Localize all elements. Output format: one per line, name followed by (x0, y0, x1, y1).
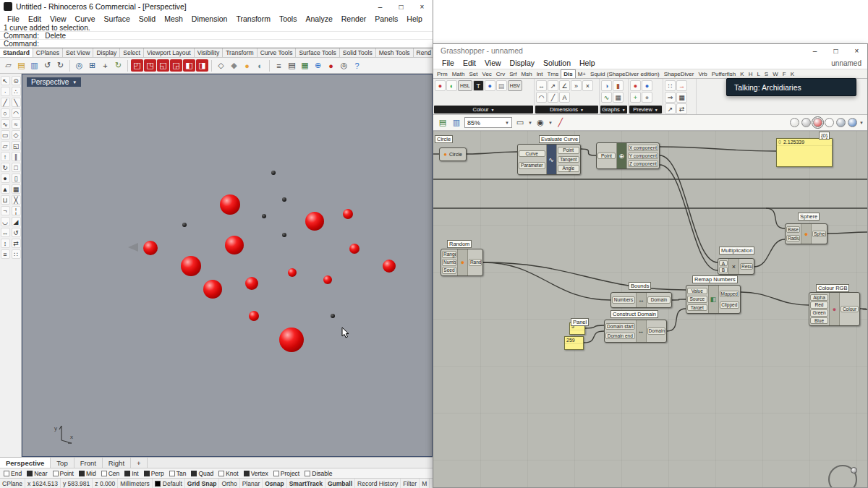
gh-component-remap-numbers[interactable]: ValueSourceTarget◧MappedClipped (686, 285, 741, 314)
viewport-tab-add-button[interactable]: + (131, 458, 148, 468)
rhino-menu-tools[interactable]: Tools (275, 14, 302, 23)
toolbar-tab-visibility[interactable]: Visibility (195, 48, 224, 57)
osnap-disable[interactable]: Disable (305, 470, 332, 477)
vector-display-icon[interactable]: → (676, 80, 687, 91)
display-wireframe-icon[interactable]: ◇ (215, 59, 227, 72)
remap-numbers-input-target[interactable]: Target (687, 304, 707, 312)
gh-tab-srf-5[interactable]: Srf (507, 70, 519, 78)
viewport-sphere[interactable] (245, 277, 258, 290)
palette-bar-dimensions[interactable]: Dimensions▼ (535, 106, 598, 114)
gh-tab-h-16[interactable]: H (746, 70, 755, 78)
random-input-seed[interactable]: Seed (442, 267, 456, 274)
rhino-menu-transform[interactable]: Transform (231, 14, 274, 23)
remap-numbers-output-mapped[interactable]: Mapped (720, 291, 740, 298)
toolbar-tab-viewport-layout[interactable]: Viewport Layout (144, 48, 195, 57)
circle-icon[interactable]: ○ (1, 108, 10, 118)
sphere-input-radius[interactable]: Radius (786, 235, 800, 242)
osnap-knot[interactable]: Knot (218, 470, 239, 477)
gh-wire[interactable] (741, 292, 809, 305)
gh-tab-vrb-13[interactable]: Vrb (696, 70, 709, 78)
osnap-checkbox-disable[interactable] (305, 471, 310, 476)
split-icon[interactable]: ¦ (12, 206, 21, 215)
osnap-project[interactable]: Project (273, 470, 299, 477)
viewport-layout-3-icon[interactable]: ◱ (157, 59, 169, 72)
line-dimension-icon[interactable]: ╱ (548, 92, 558, 103)
selection-tool-icon-caret[interactable]: ▼ (528, 121, 532, 125)
zoom-extents-icon[interactable]: ◎ (73, 59, 85, 72)
rhino-menu-surface[interactable]: Surface (100, 14, 135, 23)
evaluate-curve-output-angle[interactable]: Angle (558, 165, 579, 172)
construct-domain-input-domain-start[interactable]: Domain start (605, 323, 635, 330)
gh-tab-k-21[interactable]: K (788, 70, 796, 78)
viewport-sphere[interactable] (343, 209, 353, 219)
gh-wire[interactable] (667, 309, 686, 331)
viewport-title-dropdown-icon[interactable]: ▼ (72, 80, 77, 85)
preview-quality-icon-caret[interactable]: ▼ (548, 121, 553, 125)
polygon-icon[interactable]: ◇ (12, 130, 21, 140)
deconstruct-point-input-point[interactable]: Point (597, 153, 616, 160)
text-dimension-icon[interactable]: A (559, 92, 570, 103)
gh-wire[interactable] (660, 165, 718, 270)
toolbar-tab-rend[interactable]: Rend (414, 48, 433, 57)
osnap-checkbox-point[interactable] (53, 471, 59, 476)
gumball-icon[interactable]: ⊕ (312, 59, 324, 72)
gh-tab-prm-0[interactable]: Prm (435, 70, 450, 78)
display-shaded-icon[interactable]: ◆ (228, 59, 240, 72)
colour-rgb-input-green[interactable]: Green (810, 309, 828, 317)
help-icon[interactable]: ? (351, 59, 363, 72)
viewport-layout-4-icon[interactable]: ◲ (170, 59, 182, 72)
status-planar[interactable]: Planar (240, 479, 263, 488)
gh-wire[interactable] (660, 147, 776, 151)
viewport-sphere[interactable] (305, 212, 324, 231)
symbol-display-icon[interactable]: + (630, 92, 641, 103)
osnap-int[interactable]: Int (124, 470, 138, 477)
open-definition-icon[interactable]: ▤ (437, 117, 448, 129)
explode-icon[interactable]: ╳ (12, 195, 21, 205)
gh-component-random[interactable]: RangeNumberSeed●Random (441, 249, 483, 276)
status-x-1624-513[interactable]: x 1624.513 (25, 479, 61, 488)
gh-wire[interactable] (860, 309, 867, 309)
layers-icon[interactable]: ≡ (273, 59, 285, 72)
display-rendered-icon[interactable]: ● (241, 59, 253, 72)
status-gumball[interactable]: Gumball (326, 479, 355, 488)
gh-tab-vec-3[interactable]: Vec (480, 70, 493, 78)
gh-maximize-button[interactable]: □ (825, 44, 846, 57)
angular-dimension-icon[interactable]: ∠ (559, 80, 570, 91)
chamfer-icon[interactable]: ◢ (12, 217, 21, 226)
sphere-input-base[interactable]: Base (786, 226, 800, 234)
select-arrow-icon[interactable]: ↖ (1, 76, 10, 85)
direction-display-icon[interactable]: ⇄ (676, 103, 687, 114)
viewport-tab-perspective[interactable]: Perspective (0, 458, 51, 468)
gh-tab-w-19[interactable]: W (770, 70, 780, 78)
hsl-chip[interactable]: HSL (458, 80, 472, 91)
value-tracker-icon[interactable]: ∿ (601, 92, 612, 103)
join-icon[interactable]: ⊔ (1, 195, 10, 205)
status-ortho[interactable]: Ortho (219, 479, 239, 488)
quick-graph-icon[interactable]: ▦ (613, 92, 624, 103)
open-file-icon[interactable]: ▤ (15, 59, 27, 72)
rhino-menu-panels[interactable]: Panels (370, 14, 402, 23)
multiplication-input-b[interactable]: B (719, 267, 728, 273)
colour-rgb-icon[interactable]: ● (485, 80, 495, 91)
gh-wire[interactable] (672, 299, 686, 300)
viewport-point[interactable] (182, 223, 187, 227)
gh-data-panel[interactable]: 02.125339 (776, 138, 833, 167)
gh-tab-math-1[interactable]: Math (450, 70, 467, 78)
zoom-dropdown[interactable]: 85%▼ (464, 117, 512, 128)
aligned-dimension-icon[interactable]: ↗ (548, 80, 558, 91)
marker-dimension-icon[interactable]: × (582, 80, 593, 91)
gh-tab-set-2[interactable]: Set (467, 70, 480, 78)
sphere-output-sphere[interactable]: Sphere (812, 231, 826, 238)
arc-icon[interactable]: ◠ (12, 108, 21, 118)
status-cplane[interactable]: CPlane (0, 479, 25, 488)
rhino-menu-help[interactable]: Help (402, 14, 427, 23)
vector-display-ex-icon[interactable]: ⇒ (665, 92, 676, 103)
gh-wire[interactable] (584, 331, 604, 343)
bounds-output-domain[interactable]: Domain (647, 296, 671, 304)
gh-tab-crv-4[interactable]: Crv (494, 70, 507, 78)
array-icon[interactable]: ∷ (12, 249, 21, 259)
properties-icon[interactable]: ▤ (286, 59, 298, 72)
revolve-icon[interactable]: ↻ (1, 163, 10, 172)
viewport-sphere[interactable] (288, 268, 297, 277)
trim-icon[interactable]: ¬ (1, 206, 10, 215)
